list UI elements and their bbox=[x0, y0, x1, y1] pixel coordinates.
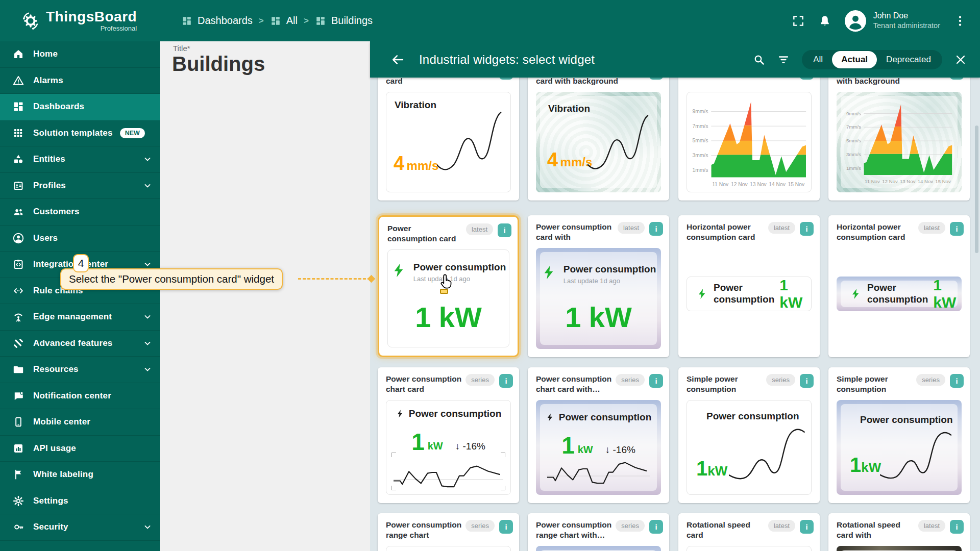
sidebar-item-resources[interactable]: Resources bbox=[0, 357, 160, 383]
sidebar-item-label: Dashboards bbox=[33, 102, 84, 112]
info-icon-button[interactable]: i bbox=[800, 78, 814, 80]
widget-card-vibration-range-chart-with-background[interactable]: with backgroundi 9mm/s7mm/s5mm/s3mm/s1mm… bbox=[828, 78, 970, 201]
preview-text-block: Power consumptionLast update 1d ago bbox=[564, 263, 656, 285]
widget-card-header: Power consumption range chart with…serie… bbox=[528, 513, 669, 540]
breadcrumb-item-dashboards[interactable]: Dashboards bbox=[181, 15, 253, 27]
info-icon-button[interactable]: i bbox=[800, 222, 814, 236]
widget-card-rotational-speed-card[interactable]: Rotational speed cardlatesti bbox=[678, 513, 820, 551]
widget-card-header: Horizontal power consumption card wit…la… bbox=[828, 215, 970, 242]
notifications-bell-icon[interactable] bbox=[818, 14, 831, 28]
info-icon-button[interactable]: i bbox=[950, 374, 964, 388]
info-icon-button[interactable]: i bbox=[649, 78, 663, 80]
info-icon-button[interactable]: i bbox=[499, 374, 513, 388]
widget-type-badge: latest bbox=[618, 222, 645, 234]
widget-card-title: card with background bbox=[536, 78, 649, 86]
svg-text:12 Nov: 12 Nov bbox=[731, 182, 748, 187]
preview-value: 1 kW bbox=[933, 277, 956, 311]
sidebar-item-notification-center[interactable]: Notification center bbox=[0, 383, 160, 410]
app-edition: Professional bbox=[46, 24, 137, 32]
preview-value: 1kW bbox=[696, 457, 727, 480]
user-info[interactable]: John Doe Tenant administrator bbox=[873, 11, 940, 30]
widget-card-title: Power consumption range chart with… bbox=[536, 520, 611, 540]
preview-subtitle: Last update 1d ago bbox=[564, 277, 656, 285]
widget-card-power-consumption-chart-card[interactable]: Power consumption chart cardseriesiPower… bbox=[378, 367, 519, 503]
info-icon-button[interactable]: i bbox=[649, 222, 663, 236]
widget-card-horizontal-power-consumption-card-with-background[interactable]: Horizontal power consumption card wit…la… bbox=[828, 215, 970, 357]
sidebar-item-edge-management[interactable]: Edge management bbox=[0, 304, 160, 331]
close-icon[interactable] bbox=[954, 54, 967, 66]
info-icon-button[interactable]: i bbox=[649, 374, 663, 388]
breadcrumb: Dashboards>All>Buildings bbox=[160, 15, 373, 27]
preview-content: 9mm/s7mm/s5mm/s3mm/s1mm/s11 Nov12 Nov13 … bbox=[841, 96, 958, 188]
widget-card-vibration-range-chart[interactable]: i 9mm/s7mm/s5mm/s3mm/s1mm/s11 Nov12 Nov1… bbox=[678, 78, 820, 201]
breadcrumb-item-buildings[interactable]: Buildings bbox=[315, 15, 373, 27]
svg-text:5mm/s: 5mm/s bbox=[692, 138, 708, 143]
dashboard-title-value[interactable]: Buildings bbox=[172, 53, 265, 76]
info-icon-button[interactable]: i bbox=[950, 520, 964, 534]
sidebar-item-security[interactable]: Security bbox=[0, 514, 160, 541]
filter-icon[interactable] bbox=[777, 54, 790, 66]
widget-card-power-consumption-range-chart-with-background[interactable]: Power consumption range chart with…serie… bbox=[528, 513, 669, 551]
widget-card-rotational-speed-card-with-background[interactable]: Rotational speed card with backgroundlat… bbox=[828, 513, 970, 551]
fullscreen-icon[interactable] bbox=[792, 14, 805, 28]
sidebar-item-white-labeling[interactable]: White labeling bbox=[0, 462, 160, 488]
sidebar-item-entities[interactable]: Entities bbox=[0, 146, 160, 173]
svg-text:15 Nov: 15 Nov bbox=[935, 179, 951, 184]
widget-preview bbox=[536, 546, 661, 551]
widget-card-vibration-card-with-background[interactable]: card with backgroundiVibration4 mm/s bbox=[528, 78, 669, 201]
info-icon-button[interactable]: i bbox=[950, 222, 964, 236]
sidebar-item-profiles[interactable]: Profiles bbox=[0, 173, 160, 199]
avatar[interactable] bbox=[845, 10, 866, 32]
preview-title: Power consumption bbox=[706, 411, 799, 422]
widget-card-power-consumption-range-chart[interactable]: Power consumption range chartseriesi bbox=[378, 513, 519, 551]
info-icon-button[interactable]: i bbox=[800, 520, 814, 534]
widget-card-vibration-card[interactable]: cardiVibration4 mm/s bbox=[378, 78, 519, 201]
sidebar-item-alarms[interactable]: Alarms bbox=[0, 68, 160, 94]
widget-card-title: Horizontal power consumption card bbox=[687, 222, 764, 242]
sidebar-item-mobile-center[interactable]: Mobile center bbox=[0, 409, 160, 436]
sidebar-item-api-usage[interactable]: API usage bbox=[0, 436, 160, 462]
sidebar-item-label: Solution templates bbox=[33, 128, 113, 138]
widget-card-simple-power-consumption-chart-with-background[interactable]: Simple power consumption chart…seriesiPo… bbox=[828, 367, 970, 503]
kebab-menu-icon[interactable] bbox=[953, 14, 967, 28]
svg-text:11 Nov: 11 Nov bbox=[712, 182, 729, 187]
sidebar-item-dashboards[interactable]: Dashboards bbox=[0, 94, 160, 120]
bolt-icon bbox=[850, 288, 862, 300]
widget-card-header: with backgroundi bbox=[828, 78, 970, 86]
users-icon bbox=[12, 232, 24, 244]
info-icon-button[interactable]: i bbox=[950, 78, 964, 80]
info-icon-button[interactable]: i bbox=[499, 520, 513, 534]
widget-card-horizontal-power-consumption-card[interactable]: Horizontal power consumption cardlatesti… bbox=[678, 215, 820, 357]
breadcrumb-separator: > bbox=[304, 16, 309, 26]
alarms-icon bbox=[12, 74, 24, 87]
info-icon-button[interactable]: i bbox=[499, 78, 513, 80]
info-icon-button[interactable]: i bbox=[649, 520, 663, 534]
sidebar-item-solution-templates[interactable]: Solution templatesNEW bbox=[0, 120, 160, 147]
scrollbar-thumb[interactable] bbox=[975, 126, 978, 253]
preview-value: 1 kW bbox=[388, 300, 509, 334]
filter-option-deprecated[interactable]: Deprecated bbox=[877, 50, 940, 69]
sidebar-nav: HomeAlarmsDashboardsSolution templatesNE… bbox=[0, 41, 160, 551]
widget-card-header: Rotational speed cardlatesti bbox=[678, 513, 820, 540]
breadcrumb-item-all[interactable]: All bbox=[270, 15, 298, 27]
widget-card-power-consumption-chart-card-with-background[interactable]: Power consumption chart card with…series… bbox=[528, 367, 669, 503]
widget-card-power-consumption-card-with-background[interactable]: Power consumption card with backgroundla… bbox=[528, 215, 669, 357]
sidebar-item-settings[interactable]: Settings bbox=[0, 488, 160, 515]
preview-content: Vibration4 mm/s bbox=[540, 96, 657, 188]
sidebar-item-customers[interactable]: Customers bbox=[0, 199, 160, 226]
search-icon[interactable] bbox=[753, 54, 765, 66]
back-arrow-icon[interactable] bbox=[390, 53, 405, 67]
filter-option-all[interactable]: All bbox=[804, 50, 832, 69]
info-icon-button[interactable]: i bbox=[498, 223, 511, 237]
sidebar-item-advanced-features[interactable]: Advanced features bbox=[0, 331, 160, 357]
sidebar-item-label: Notification center bbox=[33, 391, 111, 401]
info-icon-button[interactable]: i bbox=[800, 374, 814, 388]
sidebar-item-users[interactable]: Users bbox=[0, 226, 160, 252]
widget-card-simple-power-consumption-chart[interactable]: Simple power consumption chart…seriesiPo… bbox=[678, 367, 820, 503]
app-logo[interactable]: ThingsBoard Professional bbox=[0, 10, 160, 32]
widget-card-header: Power consumption card with backgroundla… bbox=[528, 215, 669, 242]
widget-card-header: Power consumption chart card with…series… bbox=[528, 367, 669, 394]
sidebar-item-home[interactable]: Home bbox=[0, 41, 160, 68]
widget-card-header: Simple power consumption chart…seriesi bbox=[678, 367, 820, 394]
filter-option-actual[interactable]: Actual bbox=[832, 51, 877, 68]
